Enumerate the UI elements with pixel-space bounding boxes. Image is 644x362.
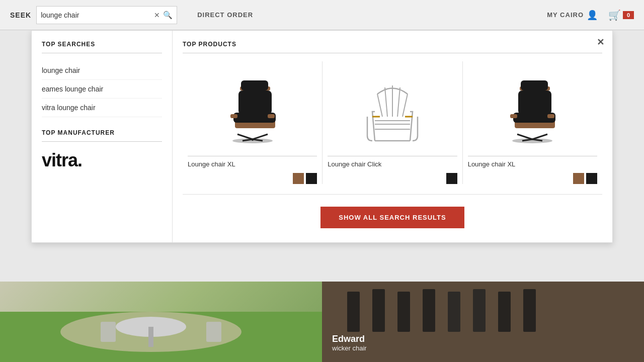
bg-right-illustration	[322, 282, 644, 362]
product-name-2: Lounge chair Click	[328, 160, 457, 168]
top-products-title: TOP PRODUCTS	[183, 41, 602, 53]
search-input[interactable]	[41, 11, 154, 19]
svg-rect-11	[230, 114, 237, 118]
header: SEEK ✕ 🔍 DIRECT ORDER MY CAIRO 👤 🛒 0	[0, 0, 644, 30]
cart-icon: 🛒	[608, 9, 621, 21]
header-right: MY CAIRO 👤 🛒 0	[547, 9, 634, 21]
svg-rect-10	[241, 80, 268, 90]
bg-left	[0, 282, 322, 362]
cart-button[interactable]: 🛒 0	[608, 9, 634, 21]
svg-rect-34	[510, 114, 517, 118]
bg-text-wrapper: Edward wicker chair	[332, 334, 367, 352]
svg-line-19	[377, 94, 382, 117]
product-name-1: Lounge chair XL	[188, 160, 317, 168]
svg-rect-48	[473, 289, 486, 332]
bg-right: Edward wicker chair	[322, 282, 644, 362]
product-divider-2	[328, 156, 457, 156]
show-all-button[interactable]: SHOW ALL SEARCH RESULTS	[320, 207, 464, 228]
suggestion-vitra-lounge-chair[interactable]: vitra lounge chair	[42, 99, 162, 117]
search-icon[interactable]: 🔍	[163, 11, 173, 20]
svg-rect-50	[523, 289, 536, 332]
user-icon: 👤	[587, 10, 598, 21]
bg-text-title: Edward	[332, 334, 367, 344]
bg-left-illustration	[0, 282, 322, 362]
direct-order-link[interactable]: DIRECT ORDER	[197, 11, 253, 19]
product-image-3	[492, 66, 573, 147]
product-colors-2	[328, 173, 457, 184]
product-colors-3	[468, 173, 597, 184]
svg-rect-9	[238, 90, 272, 115]
clear-icon[interactable]: ✕	[154, 11, 160, 19]
product-colors-1	[188, 173, 317, 184]
search-sidebar: TOP SEARCHES lounge chair eames lounge c…	[32, 31, 173, 242]
bg-text-subtitle: wicker chair	[332, 344, 367, 352]
suggestion-eames-lounge-chair[interactable]: eames lounge chair	[42, 80, 162, 99]
product-image-wrapper-3	[468, 61, 597, 152]
search-box[interactable]: ✕ 🔍	[36, 6, 177, 24]
svg-rect-32	[518, 90, 551, 115]
products-grid: Lounge chair XL	[183, 61, 602, 195]
svg-rect-39	[148, 327, 153, 347]
svg-rect-41	[206, 322, 221, 342]
my-cairo-button[interactable]: MY CAIRO 👤	[547, 10, 598, 21]
product-divider-3	[468, 156, 597, 156]
svg-line-23	[403, 94, 408, 117]
my-cairo-label: MY CAIRO	[547, 11, 584, 19]
manufacturer-section: TOP MANUFACTURER vitra.	[42, 129, 162, 171]
product-card-3[interactable]: Lounge chair XL	[463, 61, 602, 184]
svg-line-22	[397, 87, 400, 117]
svg-rect-49	[498, 292, 511, 332]
svg-line-20	[385, 87, 387, 117]
product-image-wrapper-2	[328, 61, 457, 152]
product-card-1[interactable]: Lounge chair XL	[183, 61, 323, 184]
svg-rect-44	[372, 289, 385, 332]
svg-rect-35	[547, 114, 554, 118]
product-image-2	[352, 66, 433, 147]
top-manufacturer-title: TOP MANUFACTURER	[42, 129, 162, 142]
products-section: ✕ TOP PRODUCTS	[173, 31, 612, 242]
product-image-wrapper-1	[188, 61, 317, 152]
cart-count: 0	[623, 11, 634, 19]
suggestion-lounge-chair[interactable]: lounge chair	[42, 61, 162, 80]
color-swatch-brown-3[interactable]	[573, 173, 584, 184]
background-images: Edward wicker chair	[0, 282, 644, 362]
svg-rect-33	[521, 80, 548, 90]
top-searches-title: TOP SEARCHES	[42, 41, 162, 53]
close-button[interactable]: ✕	[597, 37, 604, 48]
color-swatch-brown-1[interactable]	[293, 173, 304, 184]
product-name-3: Lounge chair XL	[468, 160, 597, 168]
svg-rect-45	[397, 292, 410, 332]
color-swatch-black-1[interactable]	[306, 173, 317, 184]
product-image-1	[212, 66, 293, 147]
svg-rect-47	[448, 292, 460, 332]
product-card-2[interactable]: Lounge chair Click	[323, 61, 462, 184]
color-swatch-black-3[interactable]	[586, 173, 597, 184]
product-divider-1	[188, 156, 317, 156]
search-dropdown: TOP SEARCHES lounge chair eames lounge c…	[31, 30, 613, 243]
svg-rect-12	[268, 114, 275, 118]
svg-rect-40	[101, 322, 116, 342]
svg-rect-43	[347, 292, 360, 332]
vitra-logo[interactable]: vitra.	[42, 150, 162, 171]
seek-label: SEEK	[10, 11, 31, 19]
svg-rect-46	[423, 289, 435, 332]
color-swatch-black-2[interactable]	[446, 173, 457, 184]
show-all-wrapper: SHOW ALL SEARCH RESULTS	[183, 195, 602, 232]
